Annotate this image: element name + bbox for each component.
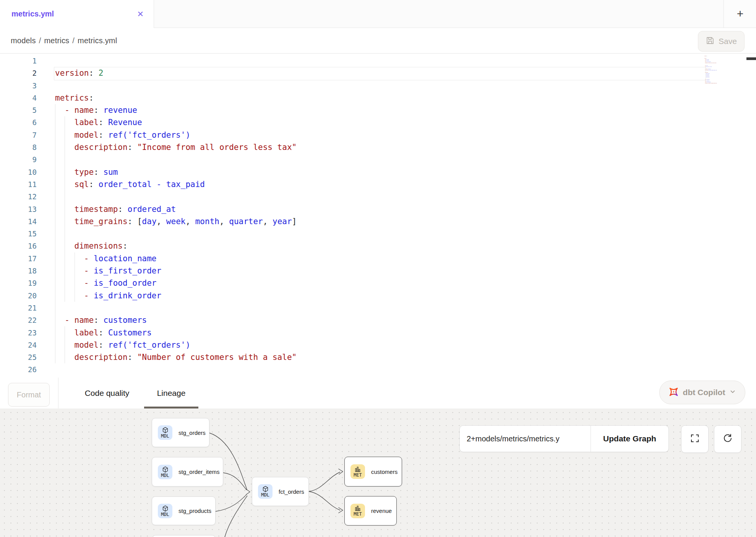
- editor-toolbar: Format Code quality Lineage: [0, 378, 756, 408]
- fullscreen-icon: [689, 433, 700, 445]
- model-cube-icon: MDL: [158, 425, 172, 440]
- line-number: 26: [0, 363, 37, 376]
- node-label: customers: [371, 469, 397, 475]
- lineage-node-fct_orders[interactable]: MDLfct_orders: [252, 477, 309, 506]
- line-number: 25: [0, 351, 37, 363]
- tab-title: metrics.yml: [11, 10, 54, 18]
- node-label: stg_products: [178, 508, 211, 514]
- tab-code-quality[interactable]: Code quality: [69, 378, 145, 408]
- code-line: [704, 84, 746, 85]
- line-number: 5: [0, 104, 37, 116]
- line-number: 21: [0, 302, 37, 314]
- chevron-down-icon: [729, 388, 736, 397]
- code-line: - is_food_order: [55, 277, 297, 289]
- code-line: dimensions:: [55, 240, 297, 252]
- code-line: model: ref('fct_orders'): [55, 339, 297, 351]
- save-button[interactable]: Save: [698, 31, 745, 52]
- code-line: sql: order_total - tax_paid: [55, 178, 297, 190]
- format-button[interactable]: Format: [8, 383, 50, 407]
- breadcrumb-segment[interactable]: metrics.yml: [78, 36, 117, 45]
- lineage-node-customers[interactable]: METcustomers: [344, 457, 402, 487]
- code-line: label: Revenue: [55, 116, 297, 129]
- code-line: time_grains: [day, week, month, quarter,…: [55, 215, 297, 228]
- line-number: 16: [0, 240, 37, 252]
- lineage-node-revenue[interactable]: METrevenue: [344, 496, 397, 526]
- line-number: 12: [0, 190, 37, 203]
- code-line: - name: revenue: [55, 104, 297, 116]
- line-number: 6: [0, 116, 37, 129]
- metric-chart-icon: MET: [350, 464, 365, 479]
- code-line: [55, 55, 297, 67]
- code-line: [55, 228, 297, 240]
- model-cube-icon: MDL: [158, 504, 172, 518]
- line-number: 17: [0, 252, 37, 265]
- line-number: 19: [0, 277, 37, 289]
- code-editor[interactable]: 1234567891011121314151617181920212223242…: [0, 54, 756, 378]
- dbt-copilot-button[interactable]: dbt Copilot: [659, 381, 745, 404]
- tab-metrics-yml[interactable]: metrics.yml ✕: [0, 0, 154, 28]
- scrollbar-thumb[interactable]: [746, 57, 756, 60]
- dbt-copilot-icon: [668, 387, 679, 399]
- line-number: 8: [0, 141, 37, 153]
- breadcrumb-separator: /: [39, 36, 41, 45]
- line-number: 18: [0, 265, 37, 277]
- lineage-node-stg_orders[interactable]: MDLstg_orders: [152, 418, 209, 447]
- new-tab-button[interactable]: +: [724, 0, 756, 28]
- lineage-node-stg_products[interactable]: MDLstg_products: [152, 496, 216, 525]
- line-number: 23: [0, 327, 37, 339]
- code-line: description: "Number of customers with a…: [55, 351, 297, 363]
- line-number: 4: [0, 92, 37, 104]
- minimap-content: version: 2metrics: - name: revenue label…: [704, 54, 746, 85]
- lineage-node-partial[interactable]: [152, 535, 216, 537]
- line-number: 3: [0, 80, 37, 92]
- graph-controls: 2+models/metrics/metrics.y Update Graph: [459, 425, 669, 452]
- code-line: [55, 302, 297, 314]
- node-label: stg_orders: [178, 430, 206, 436]
- update-graph-button[interactable]: Update Graph: [591, 426, 668, 452]
- code-line: timestamp: ordered_at: [55, 203, 297, 215]
- close-icon[interactable]: ✕: [137, 10, 144, 18]
- refresh-icon: [722, 433, 733, 445]
- model-cube-icon: MDL: [158, 465, 172, 479]
- breadcrumb-segment[interactable]: models: [11, 36, 36, 45]
- tab-bar-filler: [154, 0, 756, 28]
- code-line: [55, 190, 297, 203]
- lineage-node-stg_order_items[interactable]: MDLstg_order_items: [152, 457, 223, 487]
- ide-window: + metrics.yml ✕ models/metrics/metrics.y…: [0, 0, 756, 537]
- code-line: - is_drink_order: [55, 290, 297, 302]
- node-label: fct_orders: [279, 488, 304, 495]
- format-label: Format: [17, 391, 41, 399]
- line-number: 14: [0, 215, 37, 228]
- line-number: 1: [0, 55, 37, 67]
- line-number-gutter: 1234567891011121314151617181920212223242…: [0, 55, 37, 376]
- line-number: 13: [0, 203, 37, 215]
- toolbar-divider: [58, 378, 58, 408]
- tab-lineage[interactable]: Lineage: [144, 378, 198, 408]
- breadcrumb[interactable]: models/metrics/metrics.yml: [11, 36, 117, 45]
- breadcrumb-separator: /: [72, 36, 75, 45]
- plus-icon: +: [737, 8, 744, 20]
- tab-code-quality-label: Code quality: [85, 389, 130, 398]
- code-line: [55, 153, 297, 166]
- code-line: - is_first_order: [55, 265, 297, 277]
- code-line: description: "Income from all orders les…: [55, 141, 297, 153]
- node-label: revenue: [371, 508, 392, 514]
- line-number: 9: [0, 153, 37, 166]
- line-number: 20: [0, 290, 37, 302]
- line-number: 22: [0, 314, 37, 326]
- line-number: 24: [0, 339, 37, 351]
- code-line: - name: customers: [55, 314, 297, 326]
- line-number: 15: [0, 228, 37, 240]
- tab-lineage-label: Lineage: [157, 389, 186, 398]
- tab-bar: + metrics.yml ✕: [0, 0, 756, 28]
- breadcrumb-segment[interactable]: metrics: [44, 36, 69, 45]
- metric-chart-icon: MET: [350, 504, 365, 518]
- save-icon: [706, 36, 715, 47]
- lineage-filter-input[interactable]: 2+models/metrics/metrics.y: [460, 426, 591, 452]
- refresh-button[interactable]: [714, 425, 741, 453]
- fullscreen-button[interactable]: [681, 425, 709, 453]
- code-content[interactable]: version: 2metrics: - name: revenue label…: [55, 55, 297, 376]
- code-line: model: ref('fct_orders'): [55, 129, 297, 141]
- minimap[interactable]: version: 2metrics: - name: revenue label…: [704, 54, 746, 90]
- lineage-canvas[interactable]: MDLstg_ordersMDLstg_order_itemsMDLstg_pr…: [0, 408, 756, 537]
